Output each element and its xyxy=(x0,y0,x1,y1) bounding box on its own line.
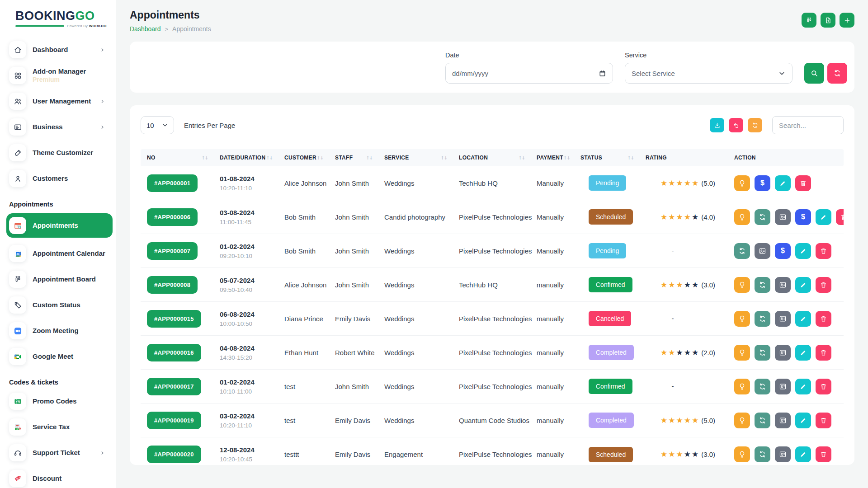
action-bulb-button[interactable] xyxy=(734,311,750,327)
service-select[interactable]: Select Service xyxy=(625,63,793,84)
action-sync-button[interactable] xyxy=(755,345,770,361)
action-trash-button[interactable] xyxy=(795,175,811,191)
action-sync-button[interactable] xyxy=(755,413,770,428)
sidebar-item-appointment-calendar[interactable]: 31Appointment Calendar xyxy=(9,244,110,263)
action-sync-button[interactable] xyxy=(755,277,770,293)
action-sync-button[interactable] xyxy=(734,243,750,259)
sidebar-section-title: Codes & tickets xyxy=(9,379,110,386)
action-pencil-button[interactable] xyxy=(795,243,811,259)
table-search-input[interactable] xyxy=(772,116,844,134)
action-trash-button[interactable] xyxy=(816,379,831,394)
refresh-button[interactable] xyxy=(748,118,762,132)
appointment-no-badge[interactable]: #APP0000016 xyxy=(147,344,201,361)
action-bulb-button[interactable] xyxy=(734,446,750,462)
action-card-button[interactable] xyxy=(775,209,791,225)
action-card-button[interactable] xyxy=(775,446,791,462)
sidebar-item-discount[interactable]: %Discount xyxy=(9,469,110,488)
action-trash-button[interactable] xyxy=(816,243,831,259)
rating-cell: - xyxy=(646,382,734,390)
action-pencil-button[interactable] xyxy=(795,413,811,428)
action-trash-button[interactable] xyxy=(816,413,831,428)
filter-reset-button[interactable] xyxy=(827,63,847,84)
action-bulb-button[interactable] xyxy=(734,413,750,428)
table-header-cell-customer[interactable]: CUSTOMER↑↓ xyxy=(284,155,335,161)
appointment-no-badge[interactable]: #APP0000020 xyxy=(147,446,201,463)
appointment-no-badge[interactable]: #APP000006 xyxy=(147,208,198,226)
action-trash-button[interactable] xyxy=(816,277,831,293)
export-file-button[interactable] xyxy=(821,13,835,28)
date-input[interactable]: dd/mm/yyyy xyxy=(445,63,613,84)
action-bulb-button[interactable] xyxy=(734,209,750,225)
action-sync-button[interactable] xyxy=(755,446,770,462)
sidebar-item-customers[interactable]: Customers xyxy=(9,169,110,188)
table-header-cell-status[interactable]: STATUS↑↓ xyxy=(580,155,646,161)
action-trash-button[interactable] xyxy=(816,446,831,462)
sidebar-item-support-ticket[interactable]: Support Ticket xyxy=(9,443,110,463)
action-trash-button[interactable] xyxy=(816,311,831,327)
action-cell xyxy=(734,413,844,428)
entries-per-page-select[interactable]: 10 xyxy=(141,116,174,134)
sidebar-item-google-meet[interactable]: Google Meet xyxy=(9,347,110,366)
table-header-cell-payment[interactable]: PAYMENT↑↓ xyxy=(537,155,580,161)
appointment-no-badge[interactable]: #APP0000015 xyxy=(147,310,201,328)
action-pencil-button[interactable] xyxy=(816,209,831,225)
table-header-cell-no[interactable]: NO↑↓ xyxy=(147,155,220,161)
action-sync-button[interactable] xyxy=(755,311,770,327)
undo-button[interactable] xyxy=(729,118,743,132)
no-cell: #APP000006 xyxy=(147,208,220,226)
brand-logo[interactable]: BOOKINGGO Powered By WORKDO xyxy=(9,9,110,28)
action-card-button[interactable] xyxy=(775,311,791,327)
breadcrumb-dashboard-link[interactable]: Dashboard xyxy=(130,25,161,33)
table-header-cell-staff[interactable]: STAFF↑↓ xyxy=(335,155,384,161)
appointment-no-badge[interactable]: #APP0000019 xyxy=(147,412,201,429)
action-sync-button[interactable] xyxy=(755,379,770,394)
action-card-button[interactable] xyxy=(775,345,791,361)
action-dollar-button[interactable]: $ xyxy=(755,175,770,191)
action-bulb-button[interactable] xyxy=(734,175,750,191)
appointment-no-badge[interactable]: #APP0000017 xyxy=(147,378,201,395)
action-pencil-button[interactable] xyxy=(795,277,811,293)
action-trash-button[interactable] xyxy=(836,209,844,225)
sidebar-item-dashboard[interactable]: Dashboard xyxy=(9,40,110,60)
sidebar-item-appointments[interactable]: Appointments xyxy=(6,213,113,238)
export-download-button[interactable] xyxy=(710,118,724,132)
appointment-no-badge[interactable]: #APP000001 xyxy=(147,174,198,192)
action-bulb-button[interactable] xyxy=(734,379,750,394)
action-pencil-button[interactable] xyxy=(795,446,811,462)
sidebar-item-service-tax[interactable]: Service Tax xyxy=(9,417,110,437)
action-bulb-button[interactable] xyxy=(734,277,750,293)
add-appointment-button[interactable] xyxy=(840,13,854,28)
filter-search-button[interactable] xyxy=(804,63,824,84)
action-card-button[interactable] xyxy=(775,379,791,394)
table-header-cell-date-duration[interactable]: DATE/DURATION↑↓ xyxy=(220,155,284,161)
staff-cell: Emily Davis xyxy=(335,450,384,458)
file-icon xyxy=(825,17,832,24)
chevron-right-icon xyxy=(99,124,105,130)
appointment-board-button[interactable] xyxy=(802,13,816,28)
action-pencil-button[interactable] xyxy=(795,311,811,327)
appointment-no-badge[interactable]: #APP000007 xyxy=(147,242,198,260)
sidebar-item-appointment-board[interactable]: Appointment Board xyxy=(9,269,110,289)
appointment-no-badge[interactable]: #APP000008 xyxy=(147,276,198,294)
sidebar-item-add-on-manager[interactable]: Add-on ManagerPremium xyxy=(9,66,110,85)
action-pencil-button[interactable] xyxy=(795,345,811,361)
action-card-button[interactable] xyxy=(775,277,791,293)
sidebar-item-user-management[interactable]: User Management xyxy=(9,91,110,111)
action-trash-button[interactable] xyxy=(816,345,831,361)
action-card-button[interactable] xyxy=(775,413,791,428)
table-header-cell-location[interactable]: LOCATION↑↓ xyxy=(459,155,537,161)
sidebar-item-theme-customizer[interactable]: Theme Customizer xyxy=(9,143,110,163)
sidebar-item-zoom-meeting[interactable]: Zoom Meeting xyxy=(9,321,110,341)
action-pencil-button[interactable] xyxy=(795,379,811,394)
sidebar-item-custom-status[interactable]: Custom Status xyxy=(9,295,110,315)
action-dollar-button[interactable]: $ xyxy=(795,209,811,225)
sidebar-item-text: Custom Status xyxy=(33,301,80,310)
action-pencil-button[interactable] xyxy=(775,175,791,191)
action-dollar-button[interactable]: $ xyxy=(775,243,791,259)
sidebar-item-business[interactable]: Business xyxy=(9,117,110,137)
action-card-button[interactable] xyxy=(755,243,770,259)
action-bulb-button[interactable] xyxy=(734,345,750,361)
action-sync-button[interactable] xyxy=(755,209,770,225)
sidebar-item-promo-codes[interactable]: %Promo Codes xyxy=(9,391,110,411)
table-header-cell-service[interactable]: SERVICE↑↓ xyxy=(384,155,459,161)
